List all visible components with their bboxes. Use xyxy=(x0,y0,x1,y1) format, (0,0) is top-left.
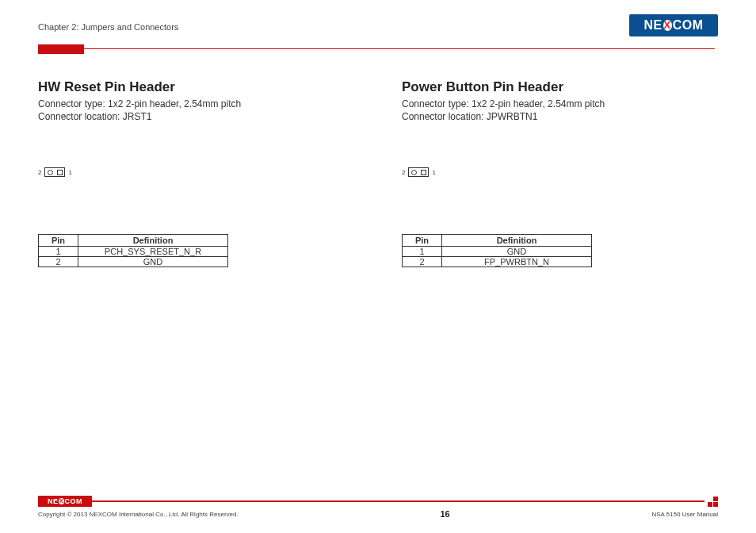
cell-pin: 1 xyxy=(403,247,442,257)
pin-1-icon xyxy=(55,168,64,176)
page-number: 16 xyxy=(440,509,449,519)
cell-definition: FP_PWRBTN_N xyxy=(442,257,592,267)
logo-text-pre: NE xyxy=(643,18,662,33)
section-hw-reset: HW Reset Pin Header Connector type: 1x2 … xyxy=(38,79,354,267)
table-row: 2 FP_PWRBTN_N xyxy=(403,257,592,267)
table-row: 2 GND xyxy=(39,257,228,267)
connector-location: Connector location: JRST1 xyxy=(38,111,354,124)
table-row: 1 PCH_SYS_RESET_N_R xyxy=(39,247,228,257)
pin-2-icon xyxy=(409,168,418,176)
pin-diagram: 2 1 xyxy=(402,167,718,177)
pin-label-1: 1 xyxy=(432,169,435,176)
cell-definition: GND xyxy=(442,247,592,257)
manual-name: NSA 5150 User Manual xyxy=(651,511,718,518)
section-title: HW Reset Pin Header xyxy=(38,79,354,95)
logo-text-post: COM xyxy=(673,18,704,33)
pin-2-icon xyxy=(45,168,55,176)
table-header-definition: Definition xyxy=(442,235,592,247)
pin-1-icon xyxy=(418,168,428,176)
pin-label-2: 2 xyxy=(402,169,405,176)
chapter-title: Chapter 2: Jumpers and Connectors xyxy=(38,22,178,36)
cell-pin: 2 xyxy=(39,257,78,267)
pin-diagram: 2 1 xyxy=(38,167,354,177)
table-row: 1 GND xyxy=(403,247,592,257)
cell-pin: 1 xyxy=(39,247,78,257)
connector-type: Connector type: 1x2 2-pin header, 2.54mm… xyxy=(38,98,354,111)
pin-table: Pin Definition 1 GND 2 FP_PWRBTN_N xyxy=(402,234,592,267)
section-title: Power Button Pin Header xyxy=(402,79,718,95)
header-divider xyxy=(0,41,756,56)
table-header-pin: Pin xyxy=(39,235,78,247)
nexcom-logo-small: NEXCOM xyxy=(38,496,92,507)
footer-squares-icon xyxy=(708,497,718,507)
copyright-text: Copyright © 2013 NEXCOM International Co… xyxy=(38,511,239,518)
footer-divider: NEXCOM xyxy=(38,496,718,507)
logo-text-x: X xyxy=(663,20,672,31)
pin-label-2: 2 xyxy=(38,169,41,176)
connector-location: Connector location: JPWRBTN1 xyxy=(402,111,718,124)
pin-table: Pin Definition 1 PCH_SYS_RESET_N_R 2 GND xyxy=(38,234,228,267)
pin-label-1: 1 xyxy=(68,169,71,176)
connector-type: Connector type: 1x2 2-pin header, 2.54mm… xyxy=(402,98,718,111)
cell-definition: PCH_SYS_RESET_N_R xyxy=(78,247,228,257)
cell-definition: GND xyxy=(78,257,228,267)
table-header-definition: Definition xyxy=(78,235,228,247)
nexcom-logo: NEXCOM xyxy=(629,14,718,36)
section-power-button: Power Button Pin Header Connector type: … xyxy=(402,79,718,267)
table-header-pin: Pin xyxy=(403,235,442,247)
cell-pin: 2 xyxy=(403,257,442,267)
